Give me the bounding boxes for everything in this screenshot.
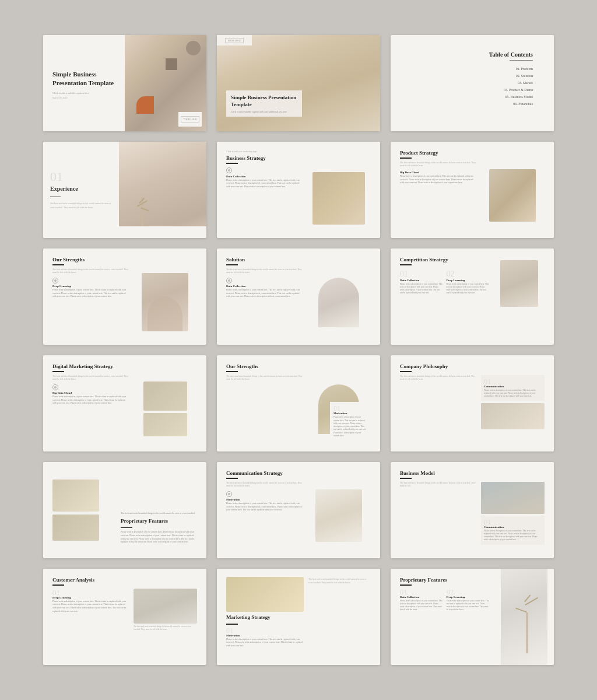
slide-9-body1: Please write a description of your conte… (400, 283, 443, 295)
slide-2-subtitle: Click to add a subtitle caption and some… (231, 110, 297, 113)
slide-6-title: Product Strategy (400, 150, 545, 156)
slide-17-quote: The best and most beautiful things in th… (308, 578, 371, 584)
slide-2: YOUR LOGO Simple Business Presentation T… (217, 35, 380, 131)
slide-1-date: March 20, 2023 (52, 96, 128, 99)
slide-7-section1: Deep Learning (52, 285, 129, 288)
slide-16-body1: Please write a description of your conte… (52, 600, 129, 614)
slide-15-num1: 01 (484, 519, 542, 526)
slide-7-body1: Please write a description of your conte… (52, 289, 129, 299)
toc-item-5: 05. Business Model (504, 93, 533, 100)
slide-17-label1: Motivation (226, 634, 304, 637)
slide-13-title: Proprietary Features (121, 518, 197, 524)
slide-6-body1: Please enter a description of your conte… (400, 175, 476, 185)
slide-10-section1: Big Data Cloud (52, 391, 129, 394)
slide-17-body1: Please write a description of your conte… (226, 638, 304, 648)
slide-10-title: Digital Marketing Strategy (52, 363, 197, 369)
slide-3: Table of Contents 01. Problem 02. Soluti… (391, 35, 554, 131)
slide-4-number: 01 (50, 170, 112, 183)
slide-11-body1: Please write a description of your conte… (333, 416, 367, 438)
slide-8-title: Solution (226, 257, 371, 262)
slide-16: Customer Analysis 01 Deep Learning Pleas… (43, 569, 206, 665)
slide-15-label1: Communication (484, 526, 542, 528)
slide-15-body1: Please write a description of your conte… (484, 530, 542, 542)
slide-13: The best and most beautiful things in th… (43, 462, 206, 558)
slide-8-section1: Data Collection (226, 285, 303, 288)
slide-14-title: Communication Strategy (226, 470, 371, 476)
slide-18-title: Proprietary Features (400, 577, 490, 583)
slide-12-title: Company Philosophy (400, 363, 545, 369)
slide-6-quote: The best and most beautiful things in th… (400, 162, 476, 168)
slide-9: Competition Strategy 01 Data Collection … (391, 249, 554, 345)
slide-11-num1: 01 (333, 405, 367, 412)
slide-18-body2: Please write a description of your conte… (447, 600, 490, 612)
slide-4-quote: The best and most beautiful things in th… (50, 202, 112, 209)
toc-item-3: 03. Market (504, 79, 533, 86)
slide-11: Our Strengths The most and most beautifu… (217, 355, 380, 452)
slide-9-num2: 02 (446, 270, 489, 279)
slide-11-title: Our Strengths (226, 363, 371, 369)
slide-16-quote: The best and most beautiful things in th… (134, 625, 197, 632)
slide-5-tag: Click to add your marketing tags (226, 150, 371, 153)
slide-9-body2: Please write a description of your conte… (446, 283, 489, 295)
slide-16-title: Customer Analysis (52, 577, 197, 583)
slide-5-section1: Data Collection (226, 175, 303, 178)
slide-18-label1: Data Collection (400, 596, 443, 598)
slide-2-title: Simple Business Presentation Template (231, 94, 297, 108)
slide-7: Our Strengths The best and most beautifu… (43, 249, 206, 345)
slide-1-logo: YOUR LOGO (181, 116, 199, 123)
toc-item-4: 04. Product & Demo (504, 86, 533, 93)
slide-15-title: Business Model (400, 470, 545, 476)
slide-5-body1: Please write a description of your conte… (226, 179, 303, 189)
toc-item-1: 01. Problem (504, 65, 533, 72)
slide-1-title: Simple Business Presentation Template (52, 70, 128, 88)
slide-9-label1: Data Collection (400, 279, 443, 282)
slide-18-body1: Please write a description of your conte… (400, 600, 443, 612)
slide-6: Product Strategy The best and most beaut… (391, 142, 554, 238)
slide-18: Proprietary Features 01 Data Collection … (391, 569, 554, 665)
slide-17: Marketing Strategy 01 Motivation Please … (217, 569, 380, 665)
slide-15-quote: The best and most beautiful things in th… (400, 482, 476, 488)
slide-17-num1: 01 (226, 627, 304, 634)
slide-12: Company Philosophy The best and most bea… (391, 355, 554, 452)
slide-8-body1: Please write a description of your conte… (226, 289, 303, 299)
slide-15: Business Model The best and most beautif… (391, 462, 554, 558)
slide-12-body1: Please write a description of your conte… (484, 389, 542, 398)
slide-12-num1: 01 (484, 378, 542, 385)
slide-6-section1: Big Data Cloud (400, 171, 476, 174)
toc-item-2: 02. Solution (504, 72, 533, 79)
slide-1-subtitle: Click to add a subtitle caption here (52, 92, 128, 94)
slide-13-body: Please write a description of your conte… (121, 531, 197, 544)
slide-grid: Simple Business Presentation Template Cl… (43, 35, 554, 665)
slide-7-title: Our Strengths (52, 257, 197, 262)
slide-5-title: Business Strategy (226, 155, 371, 161)
slide-3-title: Table of Contents (489, 51, 533, 58)
slide-13-quote-sm: The best and most beautiful things in th… (121, 512, 197, 515)
slide-18-label2: Deep Learning (447, 596, 490, 598)
slide-10-quote: The best and most beautiful things in th… (52, 375, 129, 382)
slide-8: Solution The best and most beautiful thi… (217, 249, 380, 345)
slide-5: Click to add your marketing tags Busines… (217, 142, 380, 238)
slide-14-body-sm: The best and most beautiful things in th… (226, 482, 303, 488)
slide-9-num1: 01 (400, 270, 443, 279)
slide-4-title: Experience (50, 186, 112, 192)
slide-10: Digital Marketing Strategy The best and … (43, 355, 206, 452)
slide-10-body1: Please write a description of your conte… (52, 396, 129, 405)
slide-14-body1: Please write a description of your conte… (226, 502, 303, 512)
slide-18-num1: 01 (400, 589, 443, 596)
slide-18-num2: 02 (447, 589, 490, 596)
toc-item-6: 06. Financials (504, 100, 533, 107)
slide-2-logo: YOUR LOGO (225, 38, 243, 43)
slide-16-num1: 01 (52, 589, 129, 596)
slide-11-quote: The most and most beautiful things in th… (226, 375, 303, 382)
slide-9-label2: Deep Learning (446, 279, 489, 282)
slide-11-label1: Motivation (333, 412, 367, 415)
slide-7-quote: The best and most beautiful things in th… (52, 268, 129, 275)
slide-12-label1: Communication (484, 385, 542, 388)
slide-14: Communication Strategy The best and most… (217, 462, 380, 558)
slide-8-quote: The best and most beautiful things in th… (226, 268, 303, 275)
slide-12-quote: The best and most beautiful things in th… (400, 375, 476, 382)
slide-1: Simple Business Presentation Template Cl… (43, 35, 206, 131)
slide-4: 01 Experience The best and most beautifu… (43, 142, 206, 238)
slide-16-label1: Deep Learning (52, 596, 129, 599)
slide-14-label1: Motivation (226, 498, 303, 501)
